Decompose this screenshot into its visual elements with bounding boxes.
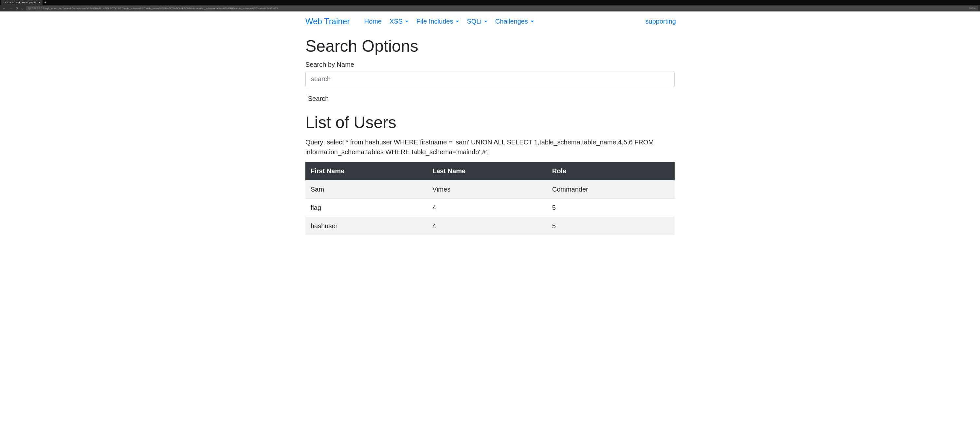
url-text: 172.18.0.1/sqli_enum.php?searchControl=s… — [32, 7, 278, 10]
nav-link-supporting[interactable]: supporting — [641, 15, 680, 28]
tab-title: 172.18.0.1/sqli_enum.php?s — [3, 1, 37, 4]
new-tab-button[interactable]: + — [43, 1, 48, 4]
nav-link-file-includes[interactable]: File Includes — [412, 15, 463, 28]
navbar-brand[interactable]: Web Trainer — [300, 14, 355, 29]
forward-button[interactable]: → — [8, 6, 13, 10]
nav-label: File Includes — [416, 18, 453, 25]
chevron-down-icon — [531, 21, 534, 22]
cell-first-name: Sam — [305, 180, 427, 199]
page-content: Web Trainer Home XSS File Includes SQLi … — [0, 11, 980, 235]
column-header: First Name — [305, 162, 427, 180]
cell-last-name: Vimes — [427, 180, 547, 199]
table-body: Sam Vimes Commander flag 4 5 hashuser 4 … — [305, 180, 675, 235]
search-input[interactable] — [305, 71, 675, 87]
reload-button[interactable]: ⟳ — [15, 6, 19, 10]
column-header: Last Name — [427, 162, 547, 180]
close-icon[interactable]: × — [39, 1, 41, 4]
zoom-indicator[interactable]: 200% — [969, 7, 976, 10]
nav-link-sqli[interactable]: SQLi — [463, 15, 491, 28]
cell-role: 5 — [547, 217, 675, 235]
cell-role: 5 — [547, 199, 675, 217]
browser-chrome: 172.18.0.1/sqli_enum.php?s × + ← → ⟳ ⌂ ⓘ… — [0, 0, 980, 11]
nav-label: SQLi — [467, 18, 481, 25]
search-heading: Search Options — [305, 37, 675, 56]
nav-label: XSS — [390, 18, 402, 25]
cell-first-name: flag — [305, 199, 427, 217]
cell-last-name: 4 — [427, 217, 547, 235]
table-row: flag 4 5 — [305, 199, 675, 217]
nav-link-challenges[interactable]: Challenges — [491, 15, 538, 28]
chevron-down-icon — [405, 21, 409, 22]
tab-bar: 172.18.0.1/sqli_enum.php?s × + — [0, 0, 980, 5]
cell-first-name: hashuser — [305, 217, 427, 235]
column-header: Role — [547, 162, 675, 180]
home-button[interactable]: ⌂ — [21, 6, 24, 10]
cell-last-name: 4 — [427, 199, 547, 217]
browser-toolbar: ← → ⟳ ⌂ ⓘ 172.18.0.1/sqli_enum.php?searc… — [0, 5, 980, 11]
table-header: First Name Last Name Role — [305, 162, 675, 180]
nav-label: Challenges — [495, 18, 528, 25]
table-row: hashuser 4 5 — [305, 217, 675, 235]
cell-role: Commander — [547, 180, 675, 199]
info-icon: ⓘ — [28, 6, 31, 10]
main-container: Search Options Search by Name Search Lis… — [300, 37, 680, 235]
nav-link-xss[interactable]: XSS — [386, 15, 412, 28]
nav-link-home[interactable]: Home — [360, 15, 386, 28]
navbar: Web Trainer Home XSS File Includes SQLi … — [300, 11, 680, 32]
users-table: First Name Last Name Role Sam Vimes Comm… — [305, 162, 675, 235]
search-label: Search by Name — [305, 61, 675, 69]
table-row: Sam Vimes Commander — [305, 180, 675, 199]
back-button[interactable]: ← — [2, 6, 6, 10]
chevron-down-icon — [456, 21, 459, 22]
query-text: Query: select * from hashuser WHERE firs… — [305, 137, 675, 157]
nav-label: Home — [364, 18, 382, 25]
url-bar[interactable]: ⓘ 172.18.0.1/sqli_enum.php?searchControl… — [26, 6, 978, 11]
nav-items: Home XSS File Includes SQLi Challenges s… — [360, 15, 680, 28]
results-heading: List of Users — [305, 113, 675, 132]
chevron-down-icon — [484, 21, 487, 22]
search-button[interactable]: Search — [305, 93, 329, 105]
browser-tab[interactable]: 172.18.0.1/sqli_enum.php?s × — [1, 0, 43, 5]
